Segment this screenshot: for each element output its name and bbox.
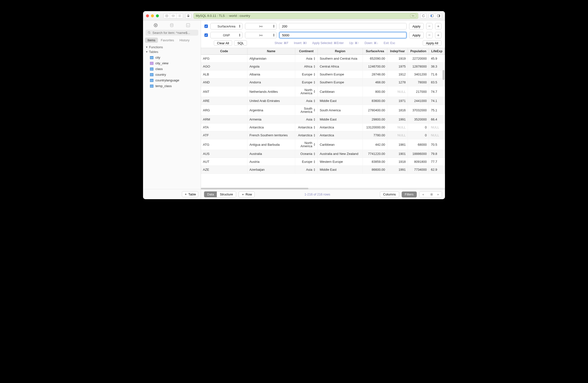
cell-code[interactable]: ARE [201,97,247,105]
filter-operator-select[interactable]: >=▲▼ [245,32,277,38]
sidebar-toggle-right[interactable] [435,13,442,18]
cell-indepyear[interactable]: 1901 [387,150,408,158]
column-header-name[interactable]: Name [247,48,295,55]
cell-indepyear[interactable]: 1991 [387,116,408,123]
cell-region[interactable]: Caribbean [318,139,363,150]
add-filter-button[interactable]: ＋ [435,32,441,38]
cell-region[interactable]: Caribbean [318,86,363,97]
cell-indepyear[interactable]: 1816 [387,105,408,116]
remove-filter-button[interactable]: − [426,32,433,38]
cell-population[interactable]: 0 [408,123,429,131]
column-header-surfacearea[interactable]: SurfaceArea [363,48,387,55]
cell-surfacearea[interactable]: 86600.00 [363,166,387,174]
add-table-button[interactable]: ＋Table [182,191,198,197]
cell-indepyear[interactable]: 1278 [387,78,408,86]
sidebar-item-class[interactable]: class [150,66,201,72]
cell-code[interactable]: ARG [201,105,247,116]
section-tables[interactable]: ▼Tables [143,49,201,54]
list-button[interactable] [176,13,183,18]
tab-favorites[interactable]: Favorites [158,38,176,43]
table-row[interactable]: ARMArmeniaAsia▲▼Middle East29800.0019913… [201,116,445,123]
cell-surfacearea[interactable]: 13120000.00 [363,123,387,131]
table-row[interactable]: AGOAngolaAfrica▲▼Central Africa1246700.0… [201,63,445,71]
cell-region[interactable]: Western Europe [318,158,363,166]
table-row[interactable]: ATGAntigua and BarbudaNorthAmerica▲▼Cari… [201,139,445,150]
cell-name[interactable]: French Southern territories [247,131,295,139]
search-input[interactable] [152,31,196,35]
cell-surfacearea[interactable]: 800.00 [363,86,387,97]
cell-code[interactable]: ALB [201,71,247,78]
cell-name[interactable]: Armenia [247,116,295,123]
column-header-continent[interactable]: Continent [295,48,318,55]
cell-code[interactable]: AUT [201,158,247,166]
cell-surfacearea[interactable]: 29800.00 [363,116,387,123]
filter-checkbox[interactable]: ✓ [204,33,208,37]
cell-indepyear[interactable]: 1919 [387,55,408,63]
cell-population[interactable]: 68000 [408,139,429,150]
plug-icon[interactable] [153,23,158,28]
cell-name[interactable]: Antigua and Barbuda [247,139,295,150]
cell-surfacearea[interactable]: 2780400.00 [363,105,387,116]
cell-region[interactable]: Central Africa [318,63,363,71]
data-tab[interactable]: Data [204,192,217,197]
cell-region[interactable]: Middle East [318,97,363,105]
cell-code[interactable]: ANT [201,86,247,97]
cell-continent[interactable]: Antarctica▲▼ [295,131,318,139]
cell-indepyear[interactable]: 1971 [387,97,408,105]
column-header-code[interactable]: Code [201,48,247,55]
cell-surfacearea[interactable]: 442.00 [363,139,387,150]
filter-value-input[interactable] [279,23,407,29]
cell-region[interactable]: Antarctica [318,131,363,139]
preview-button[interactable] [170,13,176,18]
cell-continent[interactable]: Asia▲▼ [295,55,318,63]
cell-code[interactable]: AGO [201,63,247,71]
table-row[interactable]: ANTNetherlands AntillesNorthAmerica▲▼Car… [201,86,445,97]
cell-region[interactable]: Antarctica [318,123,363,131]
cell-region[interactable]: Southern Europe [318,78,363,86]
cell-continent[interactable]: NorthAmerica▲▼ [295,86,318,97]
add-row-button[interactable]: ＋Row [239,192,255,197]
cell-region[interactable]: Australia and New Zealand [318,150,363,158]
close-icon[interactable] [146,14,149,17]
vertical-scrollbar[interactable] [442,70,444,184]
horizontal-scrollbar[interactable] [201,188,445,189]
cell-code[interactable]: AND [201,78,247,86]
table-row[interactable]: ATAAntarcticaAntarctica▲▼Antarctica13120… [201,123,445,131]
sidebar-item-countrylanguage[interactable]: countrylanguage [150,77,201,83]
cell-indepyear[interactable]: NULL [387,123,408,131]
cell-indepyear[interactable]: NULL [387,131,408,139]
cell-continent[interactable]: Europe▲▼ [295,158,318,166]
gear-button[interactable] [427,192,434,197]
sidebar-item-temp_class[interactable]: temp_class [150,83,201,89]
filter-column-select[interactable]: GNP▲▼ [210,32,243,38]
column-header-population[interactable]: Population [408,48,429,55]
table-row[interactable]: ANDAndorraEurope▲▼Southern Europe468.001… [201,78,445,86]
data-table-scroll[interactable]: CodeNameContinentRegionSurfaceAreaIndepY… [201,48,445,188]
cell-continent[interactable]: Europe▲▼ [295,71,318,78]
table-row[interactable]: ATFFrench Southern territoriesAntarctica… [201,131,445,139]
apply-button[interactable]: Apply [409,23,424,29]
structure-tab[interactable]: Structure [217,192,236,197]
cell-indepyear[interactable]: 1981 [387,139,408,150]
cell-indepyear[interactable]: 1912 [387,71,408,78]
cell-name[interactable]: Andorra [247,78,295,86]
table-row[interactable]: ALBAlbaniaEurope▲▼Southern Europe28748.0… [201,71,445,78]
cell-continent[interactable]: Asia▲▼ [295,97,318,105]
database-icon[interactable] [170,23,174,28]
table-row[interactable]: AFGAfghanistanAsia▲▼Southern and Central… [201,55,445,63]
cell-surfacearea[interactable]: 7780.00 [363,131,387,139]
cell-indepyear[interactable]: 1991 [387,166,408,174]
cell-continent[interactable]: Asia▲▼ [295,116,318,123]
column-header-indepyear[interactable]: IndepYear [387,48,408,55]
cell-indepyear[interactable]: 1918 [387,158,408,166]
cell-region[interactable]: Southern Europe [318,71,363,78]
apply-all-button[interactable]: Apply All [423,40,441,46]
table-row[interactable]: AREUnited Arab EmiratesAsia▲▼Middle East… [201,97,445,105]
tab-items[interactable]: Items [145,38,158,43]
sidebar-toggle-left[interactable] [429,13,435,18]
cell-lifeexp[interactable]: 38.3 [429,63,445,71]
cell-population[interactable]: 37032000 [408,105,429,116]
refresh-button[interactable] [420,13,427,19]
column-header-region[interactable]: Region [318,48,363,55]
stop-button[interactable] [164,13,170,18]
